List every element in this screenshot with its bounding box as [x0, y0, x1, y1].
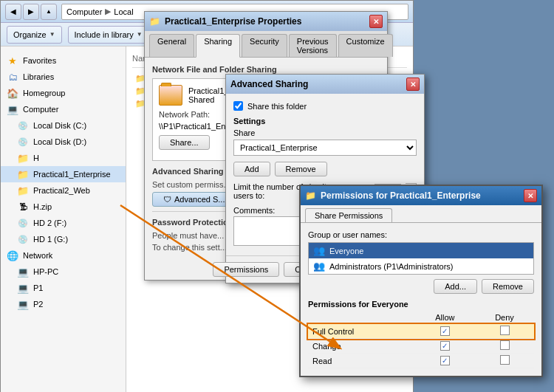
up-button[interactable]: ▲	[41, 4, 57, 20]
tab-sharing[interactable]: Sharing	[196, 34, 240, 58]
sidebar-item-practical1[interactable]: 📁 Practical1_Enterprise	[1, 166, 126, 182]
perm-add-button[interactable]: Add...	[434, 279, 477, 294]
sidebar-label-h: H	[33, 154, 39, 162]
user-list: 👥 Everyone 👥 Administrators (P1\Administ…	[308, 242, 534, 275]
shield-icon: 🛡	[163, 195, 171, 204]
share-button[interactable]: Share...	[159, 135, 210, 150]
sidebar: ★ Favorites 🗂 Libraries 🏠 Homegroup 💻 Co…	[1, 47, 126, 392]
sidebar-item-hd2[interactable]: 💿 HD 2 (F:)	[1, 215, 126, 231]
disk-d-icon: 💿	[17, 136, 29, 148]
organize-arrow: ▼	[49, 31, 55, 38]
advanced-close-button[interactable]: ✕	[406, 78, 420, 91]
sidebar-label-network: Network	[23, 251, 52, 260]
settings-label: Settings	[233, 117, 417, 125]
library-arrow: ▼	[137, 31, 143, 38]
organize-button[interactable]: Organize ▼	[7, 26, 62, 44]
back-button[interactable]: ◀	[5, 4, 21, 20]
sidebar-label-p2: P2	[33, 300, 43, 309]
sidebar-item-hp-pc[interactable]: 💻 HP-PC	[1, 264, 126, 280]
sidebar-label-local-c: Local Disk (C:)	[33, 121, 86, 130]
sidebar-item-hzip[interactable]: 🗜 H.zip	[1, 199, 126, 215]
share-name-select[interactable]: Practical1_Enterprise	[233, 140, 417, 156]
sidebar-item-hd1[interactable]: 💿 HD 1 (G:)	[1, 231, 126, 247]
add-remove-row: Add Remove	[233, 162, 417, 176]
adv-permissions-button[interactable]: Permissions	[213, 262, 279, 277]
tab-share-permissions[interactable]: Share Permissions	[305, 208, 392, 222]
disk-g-icon: 💿	[17, 233, 29, 245]
sidebar-item-libraries[interactable]: 🗂 Libraries	[1, 69, 126, 85]
sidebar-label-local-d: Local Disk (D:)	[33, 137, 86, 146]
sidebar-label-hzip: H.zip	[33, 202, 52, 211]
user-administrators[interactable]: 👥 Administrators (P1\Administrators)	[309, 258, 533, 274]
perm-change-label: Change	[308, 339, 415, 354]
network-sharing-title: Network File and Folder Sharing	[152, 65, 380, 74]
sidebar-item-homegroup[interactable]: 🏠 Homegroup	[1, 85, 126, 101]
forward-button[interactable]: ▶	[23, 4, 39, 20]
sidebar-label-libraries: Libraries	[23, 72, 54, 81]
perm-row-read: Read	[308, 354, 534, 368]
tab-general[interactable]: General	[149, 34, 194, 57]
folder-h-icon: 📁	[17, 152, 29, 164]
sidebar-item-practical2[interactable]: 📁 Practical2_Web	[1, 182, 126, 199]
permissions-close-button[interactable]: ✕	[524, 189, 537, 202]
sidebar-item-network[interactable]: 🌐 Network	[1, 247, 126, 264]
sidebar-item-local-c[interactable]: 💿 Local Disk (C:)	[1, 117, 126, 134]
sidebar-item-favorites[interactable]: ★ Favorites	[1, 52, 126, 69]
perm-change-allow[interactable]	[415, 339, 475, 354]
share-folder-checkbox[interactable]	[233, 101, 243, 111]
permissions-dialog: 📁 Permissions for Practical1_Enterprise …	[299, 185, 543, 377]
perm-full-control-allow[interactable]	[415, 324, 475, 339]
advanced-title: Advanced Sharing	[230, 79, 308, 89]
tab-previous-versions[interactable]: Previous Versions	[289, 34, 337, 57]
permissions-for-label: Permissions for Everyone	[308, 300, 534, 309]
sidebar-item-p1[interactable]: 💻 P1	[1, 280, 126, 296]
sidebar-label-computer: Computer	[23, 105, 58, 114]
sidebar-item-computer[interactable]: 💻 Computer	[1, 101, 126, 117]
tab-security[interactable]: Security	[242, 34, 287, 57]
perm-tab-bar: Share Permissions	[301, 205, 541, 223]
properties-tabs: General Sharing Security Previous Versio…	[145, 31, 387, 58]
group-label: Group or user names:	[308, 230, 534, 239]
admin-icon: 👥	[313, 261, 325, 272]
perm-remove-button[interactable]: Remove	[482, 279, 534, 294]
homegroup-icon: 🏠	[7, 87, 18, 99]
sidebar-label-hd1: HD 1 (G:)	[33, 235, 68, 244]
hp-pc-icon: 💻	[17, 266, 29, 278]
sidebar-label-practical1: Practical1_Enterprise	[33, 170, 111, 179]
remove-button[interactable]: Remove	[275, 162, 327, 176]
tab-customize[interactable]: Customize	[338, 34, 393, 57]
permissions-titlebar: 📁 Permissions for Practical1_Enterprise …	[301, 186, 541, 205]
col-deny: Deny	[475, 312, 534, 324]
properties-close-button[interactable]: ✕	[369, 15, 383, 28]
perm-change-deny[interactable]	[475, 339, 534, 354]
user-everyone-label: Everyone	[329, 247, 363, 255]
user-everyone[interactable]: 👥 Everyone	[309, 243, 533, 258]
properties-titlebar: 📁 Practical1_Enterprise Properties ✕	[145, 12, 387, 31]
address-sep: ▶	[105, 7, 111, 16]
perm-full-control-deny[interactable]	[475, 324, 534, 339]
everyone-icon: 👥	[313, 245, 325, 256]
big-folder-icon	[159, 85, 182, 106]
libraries-icon: 🗂	[7, 71, 18, 83]
advanced-sharing-button[interactable]: 🛡 Advanced S...	[152, 192, 236, 207]
sidebar-item-local-d[interactable]: 💿 Local Disk (D:)	[1, 134, 126, 150]
user-admin-label: Administrators (P1\Administrators)	[329, 262, 454, 271]
computer-icon: 💻	[7, 103, 18, 115]
sidebar-item-h[interactable]: 📁 H	[1, 150, 126, 166]
perm-row-change: Change	[308, 339, 534, 354]
perm-read-deny[interactable]	[475, 354, 534, 368]
sidebar-label-practical2: Practical2_Web	[33, 186, 90, 195]
col-permission	[308, 312, 415, 324]
add-button[interactable]: Add	[233, 162, 270, 176]
perm-read-allow[interactable]	[415, 354, 475, 368]
col-allow: Allow	[415, 312, 475, 324]
p1-icon: 💻	[17, 282, 29, 294]
zip-icon: 🗜	[17, 201, 29, 213]
share-name-label: Share	[233, 128, 417, 137]
sidebar-label-favorites: Favorites	[23, 56, 56, 65]
include-library-button[interactable]: Include in library ▼	[68, 26, 149, 44]
advanced-titlebar: Advanced Sharing ✕	[226, 75, 424, 94]
nav-buttons: ◀ ▶ ▲	[5, 4, 57, 20]
sidebar-item-p2[interactable]: 💻 P2	[1, 296, 126, 312]
perm-btn-row: Add... Remove	[308, 279, 534, 294]
